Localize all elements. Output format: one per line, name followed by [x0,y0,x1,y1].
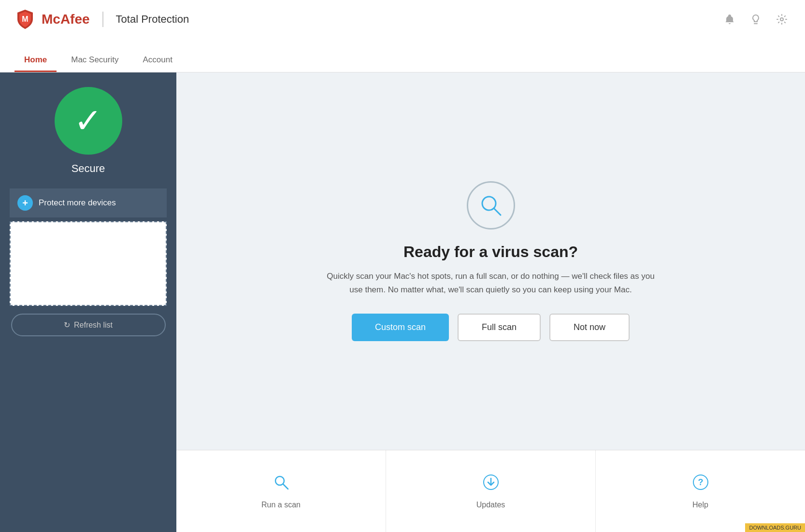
virus-scan-area: Ready for a virus scan? Quickly scan you… [176,72,805,450]
svg-point-1 [780,18,783,21]
main-content: Ready for a virus scan? Quickly scan you… [176,72,805,532]
sidebar: ✓ Secure + Protect more devices ↻ Refres… [0,72,176,532]
security-status-circle: ✓ [55,87,122,155]
logo-product: Total Protection [116,13,189,26]
scan-icon-circle [467,181,515,230]
help-card[interactable]: ? Help [596,450,805,532]
logo-name: McAfee [42,12,90,27]
scan-buttons: Custom scan Full scan Not now [352,314,630,341]
logo-area: M McAfee Total Protection [14,9,189,30]
scan-title: Ready for a virus scan? [403,243,578,261]
custom-scan-button[interactable]: Custom scan [352,314,449,341]
lightbulb-icon [750,14,762,25]
logo-divider [102,12,103,27]
checkmark-icon: ✓ [74,104,102,138]
bell-icon [724,14,735,25]
gear-icon [776,14,788,25]
updates-label: Updates [476,501,505,509]
updates-card[interactable]: Updates [386,450,596,532]
updates-icon [482,474,500,495]
notifications-button[interactable] [721,11,738,28]
svg-line-5 [283,484,288,489]
run-scan-icon [273,474,290,495]
svg-text:M: M [22,15,28,23]
bottom-cards: Run a scan Updates ? [176,450,805,532]
download-icon [482,474,500,491]
search-icon [273,474,290,491]
not-now-button[interactable]: Not now [549,314,630,341]
header: M McAfee Total Protection [0,0,805,72]
refresh-list-label: Refresh list [74,321,113,330]
refresh-icon: ↻ [64,320,70,330]
main-layout: ✓ Secure + Protect more devices ↻ Refres… [0,72,805,532]
settings-button[interactable] [773,11,791,28]
tab-home[interactable]: Home [14,51,57,72]
tab-mac-security[interactable]: Mac Security [61,51,128,72]
header-top: M McAfee Total Protection [14,0,791,30]
svg-text:?: ? [698,477,703,487]
device-list-placeholder [10,221,167,306]
watermark: DOWNLOADS.GURU [745,523,805,532]
plus-icon: + [17,195,33,211]
full-scan-button[interactable]: Full scan [458,314,541,341]
refresh-list-button[interactable]: ↻ Refresh list [11,314,166,336]
help-icon: ? [692,474,709,495]
nav-tabs: Home Mac Security Account [14,51,791,72]
run-scan-label: Run a scan [261,501,301,509]
mcafee-logo: M [14,9,36,30]
scan-description: Quickly scan your Mac's hot spots, run a… [322,270,660,296]
tips-button[interactable] [747,11,764,28]
question-icon: ? [692,474,709,491]
help-label: Help [692,501,708,509]
header-icons [721,11,791,28]
magnifier-icon [478,193,503,218]
svg-line-3 [494,208,501,215]
protect-more-devices-button[interactable]: + Protect more devices [10,188,167,217]
security-status-label: Secure [72,162,105,175]
protect-more-label: Protect more devices [39,198,116,208]
tab-account[interactable]: Account [133,51,182,72]
run-a-scan-card[interactable]: Run a scan [176,450,386,532]
shield-icon: M [14,9,36,30]
